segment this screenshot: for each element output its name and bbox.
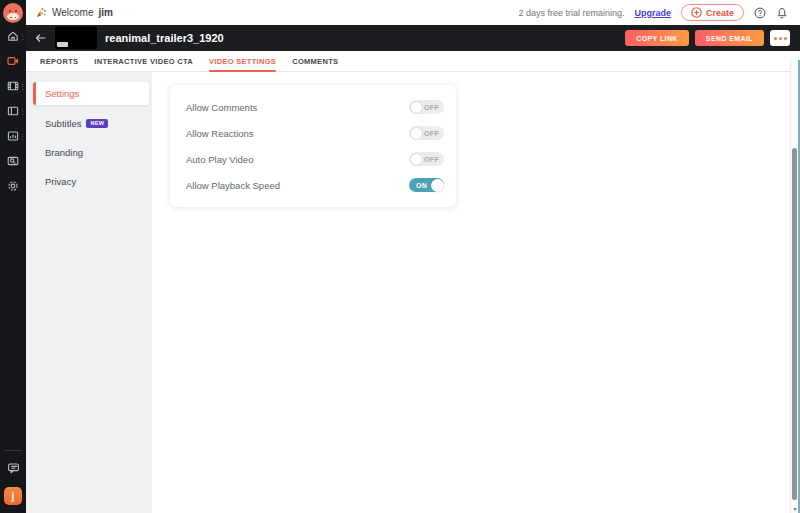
scroll-down-arrow-icon[interactable]: ▼ — [791, 505, 799, 513]
toggle-state-label: OFF — [424, 130, 439, 137]
toggle-knob — [410, 101, 423, 114]
help-icon — [754, 7, 766, 19]
chat-icon — [7, 462, 20, 475]
more-dots-icon[interactable]: ⋮ — [19, 82, 26, 89]
logo-nostril — [15, 17, 17, 19]
setting-label: Allow Playback Speed — [186, 180, 280, 191]
setting-label: Allow Reactions — [186, 128, 254, 139]
feedback-button[interactable] — [0, 459, 26, 477]
analytics-icon — [7, 130, 19, 142]
video-title: reanimal_trailer3_1920 — [105, 32, 224, 44]
bell-icon — [776, 7, 788, 19]
tab-interactive-video-cta[interactable]: INTERACTIVE VIDEO CTA — [94, 51, 193, 71]
dot — [774, 37, 777, 40]
main-content: Allow Comments OFF Allow Reactions OFF A… — [152, 72, 790, 513]
toggle-knob — [431, 179, 444, 192]
rail-bottom: j — [0, 450, 26, 513]
sidebar-item-label: Subtitles — [45, 118, 81, 129]
rail-divider — [4, 450, 22, 451]
new-badge: NEW — [86, 119, 108, 129]
setting-label: Allow Comments — [186, 102, 257, 113]
toggle-allow-reactions[interactable]: OFF — [409, 126, 444, 140]
toggle-knob — [410, 153, 423, 166]
user-avatar[interactable]: j — [4, 487, 22, 505]
gear-icon — [7, 180, 19, 192]
welcome-text: Welcome — [52, 7, 94, 18]
video-header-actions: COPY LINK SEND EMAIL — [625, 30, 790, 46]
layout-icon — [7, 105, 19, 117]
logo-snout — [7, 13, 19, 20]
topbar-actions: 2 days free trial remaining. Upgrade Cre… — [518, 4, 788, 21]
setting-row-auto-play-video: Auto Play Video OFF — [170, 146, 456, 172]
sidebar-item-privacy[interactable]: Privacy — [26, 169, 152, 194]
dot — [784, 37, 787, 40]
toggle-knob — [410, 127, 423, 140]
toggle-auto-play-video[interactable]: OFF — [409, 152, 444, 166]
tab-comments[interactable]: COMMENTS — [292, 51, 338, 71]
more-options-button[interactable] — [770, 30, 790, 46]
nav-campaigns[interactable]: ⋮ — [0, 123, 26, 148]
tab-video-settings[interactable]: VIDEO SETTINGS — [209, 51, 276, 71]
topbar: Welcome jim 2 days free trial remaining.… — [26, 0, 800, 25]
notifications-button[interactable] — [776, 7, 788, 19]
sidebar-item-label: Privacy — [45, 176, 76, 187]
welcome-username: jim — [99, 7, 113, 18]
video-header: reanimal_trailer3_1920 COPY LINK SEND EM… — [26, 25, 800, 51]
toggle-state-label: OFF — [424, 104, 439, 111]
logo-nostril — [10, 17, 12, 19]
video-thumbnail — [55, 27, 97, 49]
more-dots-icon[interactable]: ⋮ — [19, 107, 26, 114]
toggle-allow-playback-speed[interactable]: ON — [409, 178, 444, 192]
toggle-state-label: OFF — [424, 156, 439, 163]
nav-home[interactable]: ⋮ — [0, 23, 26, 48]
hippo-video-logo[interactable] — [3, 3, 23, 23]
settings-sidebar: Settings Subtitles NEW Branding Privacy — [26, 72, 152, 513]
nav-pages[interactable]: ⋮ — [0, 98, 26, 123]
tab-reports[interactable]: REPORTS — [40, 51, 78, 71]
media-search-icon — [7, 155, 19, 167]
setting-row-allow-comments: Allow Comments OFF — [170, 94, 456, 120]
send-email-button[interactable]: SEND EMAIL — [695, 30, 764, 46]
sidebar-item-label: Settings — [45, 88, 79, 99]
setting-row-allow-reactions: Allow Reactions OFF — [170, 120, 456, 146]
more-dots-icon[interactable]: ⋮ — [19, 32, 26, 39]
nav-library[interactable]: ⋮ — [0, 73, 26, 98]
videos-icon — [7, 55, 19, 67]
create-button[interactable]: Create — [681, 4, 744, 21]
video-settings-card: Allow Comments OFF Allow Reactions OFF A… — [170, 85, 456, 207]
logo-eye — [9, 10, 11, 12]
back-button[interactable] — [34, 32, 47, 44]
home-icon — [7, 30, 19, 42]
setting-row-allow-playback-speed: Allow Playback Speed ON — [170, 172, 456, 198]
nav-settings[interactable] — [0, 173, 26, 198]
toggle-allow-comments[interactable]: OFF — [409, 100, 444, 114]
scrollbar-thumb[interactable] — [792, 148, 797, 500]
sidebar-item-subtitles[interactable]: Subtitles NEW — [26, 111, 152, 136]
sidebar-item-label: Branding — [45, 147, 83, 158]
sidebar-item-branding[interactable]: Branding — [26, 140, 152, 165]
copy-link-button[interactable]: COPY LINK — [625, 30, 689, 46]
nav-videos[interactable] — [0, 48, 26, 73]
help-button[interactable] — [754, 7, 766, 19]
toggle-state-label: ON — [416, 182, 427, 189]
nav-media[interactable] — [0, 148, 26, 173]
film-library-icon — [7, 80, 19, 92]
left-rail: ⋮ ⋮ ⋮ ⋮ j — [0, 0, 26, 513]
sidebar-item-settings[interactable]: Settings — [33, 82, 149, 105]
trial-remaining-text: 2 days free trial remaining. — [518, 8, 624, 18]
setting-label: Auto Play Video — [186, 154, 253, 165]
dot — [779, 37, 782, 40]
tab-bar: REPORTS INTERACTIVE VIDEO CTA VIDEO SETT… — [26, 51, 790, 72]
welcome-message: Welcome jim — [36, 7, 113, 18]
more-dots-icon[interactable]: ⋮ — [19, 132, 26, 139]
logo-eye — [15, 10, 17, 12]
upgrade-link[interactable]: Upgrade — [634, 8, 671, 18]
party-popper-icon — [36, 7, 47, 18]
create-button-label: Create — [706, 8, 734, 18]
plus-circle-icon — [691, 7, 702, 18]
scrollbar-track[interactable]: ▼ — [790, 60, 798, 513]
arrow-left-icon — [34, 32, 47, 44]
duration-badge — [57, 42, 68, 47]
